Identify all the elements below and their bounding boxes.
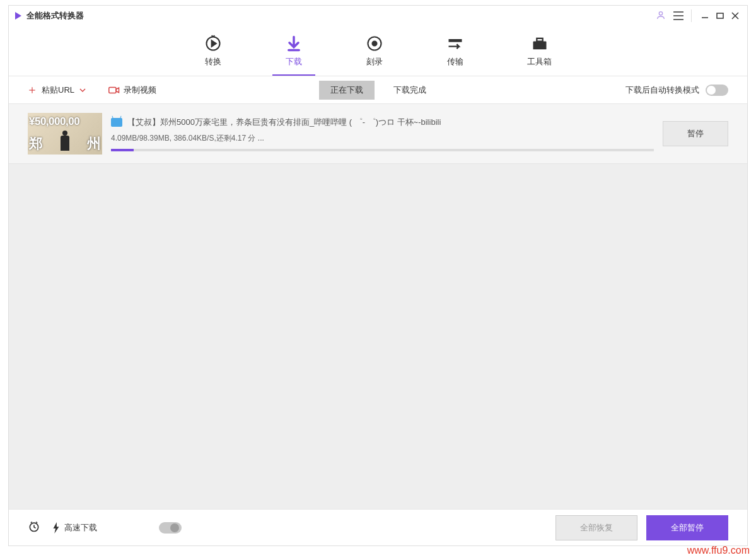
tab-download[interactable]: 下载 [272,26,315,76]
tab-burn[interactable]: 刻录 [353,26,396,76]
close-button[interactable] [730,10,741,21]
app-window: 全能格式转换器 转换 下载 刻录 [8,5,748,546]
footer-buttons: 全部恢复 全部暂停 [555,515,728,540]
bilibili-icon [111,118,122,127]
svg-rect-10 [449,39,462,42]
pause-all-button[interactable]: 全部暂停 [646,515,728,540]
plus-icon [28,86,37,95]
svg-marker-6 [212,40,216,46]
tab-convert[interactable]: 转换 [192,26,235,76]
paste-url-label: 粘贴URL [42,85,74,96]
thumb-right-text: 州 [87,134,101,153]
resume-all-button[interactable]: 全部恢复 [555,515,637,540]
toolbox-icon [531,35,549,52]
item-title: 【艾叔】郑州5000万豪宅里，养条巨贵有没有排面_哔哩哔哩 ( ゜- ゜)つロ … [127,117,441,128]
titlebar-right [656,9,741,22]
minimize-button[interactable] [699,10,711,21]
maximize-button[interactable] [714,10,726,21]
svg-rect-12 [537,38,542,41]
download-list: ¥50,000,00 郑 州 【艾叔】郑州5000万豪宅里，养条巨贵有没有排面_… [9,104,747,509]
tab-label: 转换 [205,56,221,67]
thumb-price-text: ¥50,000,00 [29,115,79,128]
record-video-label: 录制视频 [124,85,156,96]
video-thumbnail: ¥50,000,00 郑 州 [28,113,102,155]
paste-url-button[interactable]: 粘贴URL [28,85,86,96]
transfer-icon [446,35,464,52]
svg-rect-11 [533,41,546,49]
lightning-icon [52,522,61,534]
progress-fill [111,149,134,151]
titlebar-left: 全能格式转换器 [15,10,84,21]
speed-label-text: 高速下载 [64,522,97,534]
app-icon [15,12,21,20]
item-title-row: 【艾叔】郑州5000万豪宅里，养条巨贵有没有排面_哔哩哔哩 ( ゜- ゜)つロ … [111,117,654,128]
convert-icon [204,35,222,52]
footer: 高速下载 全部恢复 全部暂停 [9,509,747,545]
sub-right: 下载后自动转换模式 [625,85,728,96]
svg-rect-2 [717,13,723,18]
burn-icon [366,35,383,52]
main-tabs: 转换 下载 刻录 传输 工具箱 [9,26,747,76]
auto-convert-toggle[interactable] [706,85,728,96]
svg-point-9 [373,41,377,45]
record-video-button[interactable]: 录制视频 [108,85,156,96]
clock-icon[interactable] [28,520,40,535]
speed-download-label: 高速下载 [52,522,97,534]
tab-label: 下载 [286,56,302,67]
auto-convert-label: 下载后自动转换模式 [625,85,699,96]
tab-toolbox[interactable]: 工具箱 [515,26,564,76]
app-title: 全能格式转换器 [26,10,84,21]
speed-download-toggle[interactable] [159,522,182,534]
pause-button[interactable]: 暂停 [663,121,728,146]
titlebar: 全能格式转换器 [9,6,747,26]
tab-label: 传输 [447,56,463,67]
separator [691,9,692,22]
sub-tab-downloaded[interactable]: 下载完成 [382,81,438,100]
tab-label: 刻录 [366,56,383,67]
hamburger-menu-icon[interactable] [673,10,683,21]
thumb-left-text: 郑 [29,134,43,153]
camera-icon [108,86,120,95]
footer-left: 高速下载 [28,520,182,535]
download-icon [285,35,303,52]
item-info: 【艾叔】郑州5000万豪宅里，养条巨贵有没有排面_哔哩哔哩 ( ゜- ゜)つロ … [111,117,654,151]
download-item: ¥50,000,00 郑 州 【艾叔】郑州5000万豪宅里，养条巨贵有没有排面_… [9,104,747,164]
window-controls [699,10,741,21]
progress-bar [111,149,654,151]
item-stats: 4.09MB/98.39MB, 386.04KB/S,还剩4.17 分 ... [111,133,654,144]
chevron-down-icon [79,87,86,93]
svg-rect-15 [109,87,116,93]
sub-toolbar: 粘贴URL 录制视频 正在下载 下载完成 下载后自动转换模式 [9,76,747,104]
tab-label: 工具箱 [527,56,552,67]
user-icon[interactable] [656,10,666,22]
tab-transfer[interactable]: 传输 [434,26,477,76]
sub-tabs: 正在下载 下载完成 [319,81,438,100]
watermark: www.ffu9.com [687,545,750,556]
sub-tab-downloading[interactable]: 正在下载 [319,81,375,100]
svg-point-0 [659,11,662,15]
